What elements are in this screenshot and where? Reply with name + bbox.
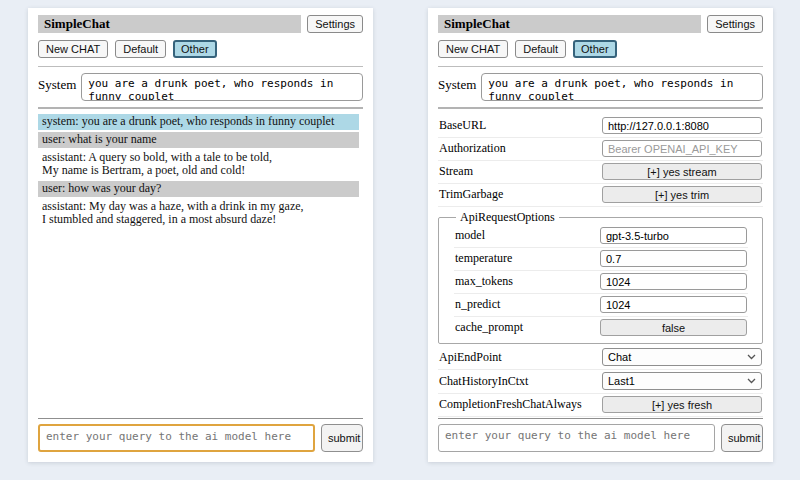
chat-message-user: user: what is your name [38, 132, 359, 148]
query-input[interactable] [38, 424, 315, 452]
session-toolbar: New CHAT Default Other [38, 40, 363, 58]
setting-row-baseurl: BaseURL [438, 115, 763, 138]
settings-list: BaseURL Authorization Stream [+] yes str… [438, 115, 763, 418]
query-row: submit [438, 424, 763, 452]
completionfreshchatalways-toggle-button[interactable]: [+] yes fresh [602, 396, 762, 413]
bottom-spacer [438, 452, 763, 456]
chathistoryinctxt-select[interactable]: Last1 [602, 372, 762, 390]
session-tab-default[interactable]: Default [515, 40, 566, 58]
chat-message-assistant: assistant: My day was a haze, with a dri… [38, 199, 359, 228]
chat-message-list: system: you are a drunk poet, who respon… [38, 114, 363, 418]
chathistoryinctxt-selected-value: Last1 [608, 375, 635, 387]
setting-row-max-tokens: max_tokens [454, 271, 748, 294]
setting-row-cache-prompt: cache_prompt false [454, 317, 748, 339]
api-request-options-legend: ApiRequestOptions [456, 210, 559, 225]
trimgarbage-label: TrimGarbage [439, 187, 503, 202]
submit-button[interactable]: submit [721, 424, 763, 452]
query-input[interactable] [438, 424, 715, 452]
setting-row-stream: Stream [+] yes stream [438, 161, 763, 184]
apiendpoint-label: ApiEndPoint [439, 350, 502, 365]
setting-row-completionfreshchatalways: CompletionFreshChatAlways [+] yes fresh [438, 394, 763, 417]
system-label: System [438, 73, 476, 93]
n-predict-input[interactable] [600, 296, 747, 313]
trimgarbage-toggle-button[interactable]: [+] yes trim [602, 186, 762, 203]
system-prompt-row: System you are a drunk poet, who respond… [438, 73, 763, 101]
bottom-spacer [38, 452, 363, 456]
settings-panel: SimpleChat Settings New CHAT Default Oth… [428, 8, 773, 462]
apiendpoint-selected-value: Chat [608, 351, 631, 363]
authorization-input[interactable] [602, 140, 762, 157]
baseurl-input[interactable] [602, 117, 762, 134]
setting-row-temperature: temperature [454, 248, 748, 271]
baseurl-label: BaseURL [439, 118, 486, 133]
divider [38, 107, 363, 109]
divider [438, 107, 763, 109]
chevron-down-icon [747, 378, 756, 384]
app-title: SimpleChat [38, 15, 301, 33]
chevron-down-icon [747, 354, 756, 360]
settings-button[interactable]: Settings [307, 15, 363, 33]
app-title: SimpleChat [438, 15, 701, 33]
n-predict-label: n_predict [455, 297, 500, 312]
new-chat-button[interactable]: New CHAT [38, 40, 108, 58]
stream-label: Stream [439, 164, 473, 179]
query-row: submit [38, 424, 363, 452]
chat-message-assistant: assistant: A query so bold, with a tale … [38, 150, 359, 179]
session-tab-other[interactable]: Other [173, 40, 217, 58]
cache-prompt-label: cache_prompt [455, 320, 523, 335]
app-header: SimpleChat Settings [38, 15, 363, 33]
apiendpoint-select[interactable]: Chat [602, 348, 762, 366]
system-prompt-input[interactable]: you are a drunk poet, who responds in fu… [481, 73, 763, 101]
session-tab-default[interactable]: Default [115, 40, 166, 58]
completionfreshchatalways-label: CompletionFreshChatAlways [439, 397, 582, 412]
new-chat-button[interactable]: New CHAT [438, 40, 508, 58]
temperature-label: temperature [455, 251, 512, 266]
settings-button[interactable]: Settings [707, 15, 763, 33]
divider [38, 66, 363, 67]
divider [38, 418, 363, 419]
chathistoryinctxt-label: ChatHistoryInCtxt [439, 374, 528, 389]
divider [438, 418, 763, 419]
system-prompt-row: System you are a drunk poet, who respond… [38, 73, 363, 101]
setting-row-apiendpoint: ApiEndPoint Chat [438, 346, 763, 370]
session-tab-other[interactable]: Other [573, 40, 617, 58]
divider [438, 66, 763, 67]
system-prompt-input[interactable]: you are a drunk poet, who responds in fu… [81, 73, 363, 101]
chat-panel: SimpleChat Settings New CHAT Default Oth… [28, 8, 373, 462]
system-label: System [38, 73, 76, 93]
setting-row-authorization: Authorization [438, 138, 763, 161]
setting-row-chathistoryinctxt: ChatHistoryInCtxt Last1 [438, 370, 763, 394]
cache-prompt-toggle-button[interactable]: false [600, 319, 747, 336]
setting-row-model: model [454, 225, 748, 248]
setting-row-n-predict: n_predict [454, 294, 748, 317]
session-toolbar: New CHAT Default Other [438, 40, 763, 58]
temperature-input[interactable] [600, 250, 747, 267]
max-tokens-input[interactable] [600, 273, 747, 290]
model-input[interactable] [600, 227, 747, 244]
authorization-label: Authorization [439, 141, 506, 156]
app-header: SimpleChat Settings [438, 15, 763, 33]
api-request-options-fieldset: ApiRequestOptions model temperature max_… [438, 210, 763, 344]
model-label: model [455, 228, 485, 243]
chat-message-user: user: how was your day? [38, 181, 359, 197]
max-tokens-label: max_tokens [455, 274, 513, 289]
stream-toggle-button[interactable]: [+] yes stream [602, 163, 762, 180]
setting-row-trimgarbage: TrimGarbage [+] yes trim [438, 184, 763, 207]
submit-button[interactable]: submit [321, 424, 363, 452]
chat-message-system: system: you are a drunk poet, who respon… [38, 114, 359, 130]
